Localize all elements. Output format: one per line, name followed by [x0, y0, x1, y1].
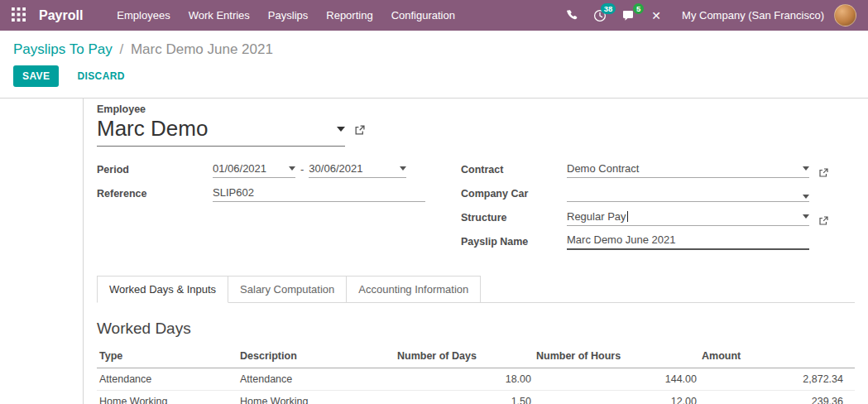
apps-grid-icon [12, 7, 26, 24]
cell-description[interactable]: Attendance [237, 368, 395, 390]
structure-input[interactable]: Regular Pay [567, 210, 809, 226]
menu-reporting[interactable]: Reporting [317, 4, 381, 26]
menu-work-entries[interactable]: Work Entries [180, 4, 259, 26]
user-avatar[interactable] [834, 4, 856, 26]
cell-hours[interactable]: 12.00 [534, 390, 699, 404]
table-header-row: Type Description Number of Days Number o… [97, 346, 855, 368]
contract-external-link-icon[interactable] [818, 168, 828, 178]
worked-days-table: Type Description Number of Days Number o… [97, 346, 855, 404]
reference-field-row: Reference SLIP602 [97, 185, 461, 202]
company-switcher[interactable]: My Company (San Francisco) [682, 9, 824, 22]
contract-caret-icon[interactable] [803, 166, 809, 171]
message-badge: 5 [633, 3, 644, 15]
form-sheet: Employee Marc Demo Period 01/06/2021 [83, 99, 868, 404]
top-navbar: Payroll Employees Work Entries Payslips … [0, 0, 868, 31]
app-title[interactable]: Payroll [39, 8, 83, 23]
cell-type[interactable]: Attendance [97, 368, 237, 390]
period-separator: - [300, 163, 304, 176]
discard-button[interactable]: DISCARD [72, 70, 129, 83]
column-header-days: Number of Days [395, 346, 534, 368]
reference-label: Reference [97, 188, 213, 202]
employee-value[interactable]: Marc Demo [97, 117, 337, 142]
table-row[interactable]: Attendance Attendance 18.00 144.00 2,872… [97, 368, 855, 390]
period-to-caret-icon[interactable] [400, 166, 406, 171]
structure-value[interactable]: Regular Pay [567, 210, 626, 223]
tab-worked-days-inputs[interactable]: Worked Days & Inputs [97, 276, 228, 303]
activity-clock-icon[interactable]: 38 [593, 9, 607, 22]
form-column-left: Period 01/06/2021 - 30/06/2021 Reference… [97, 161, 461, 257]
cell-hours[interactable]: 144.00 [534, 368, 699, 390]
main-menu: Employees Work Entries Payslips Reportin… [108, 4, 464, 26]
reference-input[interactable]: SLIP602 [213, 186, 425, 202]
reference-value[interactable]: SLIP602 [213, 186, 425, 199]
worked-days-title: Worked Days [97, 320, 855, 338]
menu-configuration[interactable]: Configuration [382, 4, 464, 26]
contract-value[interactable]: Demo Contract [567, 162, 803, 175]
employee-input[interactable]: Marc Demo [97, 117, 345, 147]
structure-caret-icon[interactable] [803, 214, 809, 219]
employee-field-block: Employee Marc Demo [97, 103, 855, 147]
contract-field-row: Contract Demo Contract [461, 161, 855, 178]
company-car-caret-icon[interactable] [803, 195, 809, 199]
payslip-name-input[interactable]: Marc Demo June 2021 [567, 233, 809, 250]
save-button[interactable]: SAVE [13, 65, 59, 87]
cell-amount[interactable]: 239.36 [699, 390, 855, 404]
structure-field-row: Structure Regular Pay [461, 209, 855, 226]
structure-external-link-icon[interactable] [818, 216, 828, 226]
form-column-right: Contract Demo Contract Company Car [461, 161, 855, 257]
breadcrumb-current: Marc Demo June 2021 [131, 41, 273, 57]
action-button-bar: SAVE DISCARD [0, 65, 868, 98]
breadcrumb: Payslips To Pay / Marc Demo June 2021 [0, 31, 868, 65]
activity-badge: 38 [601, 3, 616, 15]
payslip-name-label: Payslip Name [461, 236, 567, 250]
cell-days[interactable]: 18.00 [395, 368, 534, 390]
navbar-systray: 38 5 ✕ My Company (San Francisco) [559, 4, 860, 26]
period-to-value[interactable]: 30/06/2021 [309, 162, 400, 175]
content-area: Employee Marc Demo Period 01/06/2021 [0, 98, 868, 404]
cell-amount[interactable]: 2,872.34 [699, 368, 855, 390]
breadcrumb-separator: / [119, 41, 123, 57]
column-header-description: Description [237, 346, 395, 368]
employee-label: Employee [97, 103, 855, 115]
contract-input[interactable]: Demo Contract [567, 162, 809, 178]
payslip-name-field-row: Payslip Name Marc Demo June 2021 [461, 233, 855, 250]
tab-accounting-information[interactable]: Accounting Information [346, 276, 481, 302]
messages-icon[interactable]: 5 [621, 9, 635, 22]
text-cursor [627, 211, 628, 222]
employee-dropdown-caret-icon[interactable] [337, 127, 345, 132]
close-icon[interactable]: ✕ [650, 10, 663, 22]
period-from-value[interactable]: 01/06/2021 [213, 162, 289, 175]
period-to-input[interactable]: 30/06/2021 [309, 162, 406, 178]
employee-external-link-icon[interactable] [354, 125, 365, 136]
company-car-label: Company Car [461, 188, 567, 202]
breadcrumb-parent-link[interactable]: Payslips To Pay [13, 41, 113, 57]
payslip-name-value[interactable]: Marc Demo June 2021 [567, 233, 809, 246]
cell-type[interactable]: Home Working [97, 390, 237, 404]
cell-days[interactable]: 1.50 [395, 390, 534, 404]
menu-payslips[interactable]: Payslips [259, 4, 317, 26]
period-from-input[interactable]: 01/06/2021 [213, 162, 295, 178]
table-row[interactable]: Home Working Home Working 1.50 12.00 239… [97, 390, 855, 404]
tab-salary-computation[interactable]: Salary Computation [228, 276, 347, 302]
period-field-row: Period 01/06/2021 - 30/06/2021 [97, 161, 461, 178]
company-car-field-row: Company Car [461, 185, 855, 202]
phone-icon[interactable] [566, 9, 578, 22]
period-from-caret-icon[interactable] [289, 166, 295, 171]
column-header-hours: Number of Hours [534, 346, 699, 368]
form-grid: Period 01/06/2021 - 30/06/2021 Reference… [97, 161, 855, 257]
menu-employees[interactable]: Employees [108, 4, 179, 26]
structure-label: Structure [461, 212, 567, 226]
column-header-type: Type [97, 346, 237, 368]
period-label: Period [97, 164, 213, 178]
contract-label: Contract [461, 164, 567, 178]
cell-description[interactable]: Home Working [237, 390, 395, 404]
apps-menu-button[interactable] [8, 7, 34, 24]
column-header-amount: Amount [699, 346, 855, 368]
company-car-input[interactable] [567, 195, 809, 202]
notebook-tabs: Worked Days & Inputs Salary Computation … [97, 276, 855, 303]
